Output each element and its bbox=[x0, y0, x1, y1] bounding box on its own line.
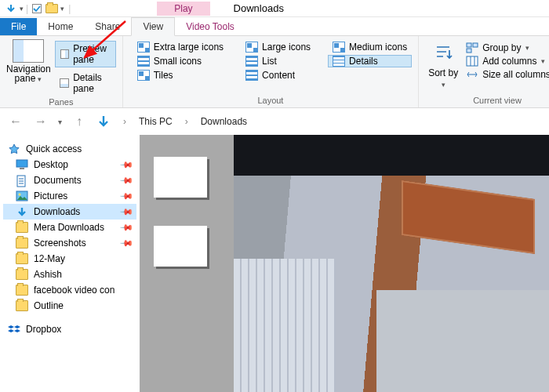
group-by-button[interactable]: Group by ▾ bbox=[466, 42, 549, 53]
folder-icon bbox=[16, 269, 28, 280]
sidebar-item-mera-downloads[interactable]: Mera Downloads📌 bbox=[3, 220, 136, 235]
dropbox-icon bbox=[8, 324, 20, 335]
tab-home[interactable]: Home bbox=[37, 18, 84, 35]
svg-point-9 bbox=[19, 194, 21, 196]
back-button[interactable]: ← bbox=[8, 114, 24, 129]
add-columns-icon bbox=[466, 56, 478, 67]
sidebar-item-label: Pictures bbox=[34, 191, 67, 201]
qat-separator: | bbox=[68, 3, 71, 14]
sort-by-button[interactable]: Sort by ▾ bbox=[428, 42, 458, 89]
ribbon: Navigation pane ▾ Preview pane Details p… bbox=[0, 36, 549, 108]
details-icon bbox=[333, 56, 345, 67]
address-bar: ← → ▾ ↑ › This PC › Downloads bbox=[0, 108, 549, 135]
add-columns-button[interactable]: Add columns ▾ bbox=[466, 56, 549, 67]
group-panes-label: Panes bbox=[6, 96, 116, 109]
history-dropdown[interactable]: ▾ bbox=[58, 118, 62, 126]
sidebar-item-label: Ashish bbox=[34, 269, 62, 280]
navigation-pane-button[interactable]: Navigation pane ▾ bbox=[6, 39, 50, 96]
pin-icon: 📌 bbox=[118, 188, 133, 203]
forward-button[interactable]: → bbox=[33, 114, 49, 129]
list-icon bbox=[245, 56, 258, 67]
size-columns-icon bbox=[466, 69, 478, 80]
svg-rect-4 bbox=[467, 56, 478, 66]
down-arrow-icon[interactable] bbox=[5, 2, 17, 15]
view-medium-icons[interactable]: Medium icons bbox=[328, 41, 412, 53]
qat-menu-icon[interactable]: ▾ bbox=[20, 5, 24, 13]
downloads-icon bbox=[16, 206, 28, 217]
contextual-tab-header: Play bbox=[157, 2, 209, 16]
crumb-downloads[interactable]: Downloads bbox=[201, 116, 247, 127]
pin-icon: 📌 bbox=[118, 235, 133, 250]
thumbnail-2[interactable] bbox=[154, 226, 207, 267]
navigation-pane-label: Navigation pane bbox=[6, 64, 51, 84]
view-list[interactable]: List bbox=[241, 55, 315, 67]
view-large-icons[interactable]: Large icons bbox=[241, 41, 315, 53]
tab-file[interactable]: File bbox=[0, 18, 37, 35]
sidebar-item-downloads[interactable]: Downloads📌 bbox=[3, 204, 136, 220]
sidebar-item-label: Mera Downloads bbox=[34, 222, 104, 233]
quick-access-root[interactable]: Quick access bbox=[3, 141, 136, 157]
svg-rect-2 bbox=[473, 43, 478, 47]
folder-icon[interactable] bbox=[45, 4, 58, 13]
group-by-icon bbox=[466, 42, 478, 53]
preview-pane-label: Preview pane bbox=[73, 43, 111, 65]
view-tiles[interactable]: Tiles bbox=[133, 69, 228, 82]
pin-icon: 📌 bbox=[118, 157, 133, 172]
sidebar-item-ashish[interactable]: Ashish bbox=[3, 267, 136, 282]
sidebar-item-facebook-video-con[interactable]: facebook video con bbox=[3, 282, 136, 298]
location-icon[interactable] bbox=[96, 114, 111, 129]
details-pane-icon bbox=[60, 78, 69, 88]
crumb-sep-0[interactable]: › bbox=[123, 116, 126, 127]
folder-icon bbox=[16, 300, 28, 311]
qat-overflow-icon[interactable]: ▾ bbox=[60, 5, 64, 13]
main-area: Quick access Desktop📌Documents📌Pictures📌… bbox=[0, 135, 549, 392]
pin-icon: 📌 bbox=[118, 204, 133, 219]
thumbnail-strip bbox=[140, 135, 234, 392]
folder-icon bbox=[16, 253, 28, 264]
preview-viewport[interactable] bbox=[234, 135, 549, 392]
view-content[interactable]: Content bbox=[241, 69, 315, 82]
desktop-icon bbox=[16, 159, 28, 170]
tab-share[interactable]: Share bbox=[84, 18, 131, 35]
sidebar-item-label: Screenshots bbox=[34, 238, 86, 249]
sidebar-item-screenshots[interactable]: Screenshots📌 bbox=[3, 235, 136, 251]
folder-icon bbox=[16, 222, 28, 233]
pics-icon bbox=[16, 191, 28, 201]
svg-rect-3 bbox=[467, 49, 471, 53]
sidebar-item-pictures[interactable]: Pictures📌 bbox=[3, 188, 136, 204]
view-details[interactable]: Details bbox=[328, 55, 412, 67]
window-title: Downloads bbox=[234, 2, 284, 14]
docs-icon bbox=[16, 175, 28, 186]
tab-video-tools[interactable]: Video Tools bbox=[175, 18, 245, 35]
tab-view[interactable]: View bbox=[131, 17, 175, 36]
group-panes: Navigation pane ▾ Preview pane Details p… bbox=[0, 36, 123, 107]
folder-icon bbox=[16, 238, 28, 249]
sidebar-item-desktop[interactable]: Desktop📌 bbox=[3, 157, 136, 172]
up-button[interactable]: ↑ bbox=[71, 114, 87, 129]
sm-icon bbox=[137, 56, 150, 67]
svg-rect-5 bbox=[16, 160, 27, 167]
sidebar-item-label: 12-May bbox=[34, 253, 65, 264]
thumbnail-1[interactable] bbox=[154, 157, 207, 198]
quick-access-toolbar: ▾ | ▾ | bbox=[0, 2, 75, 15]
group-layout: Extra large icons Large icons Medium ico… bbox=[123, 36, 419, 107]
details-pane-button[interactable]: Details pane bbox=[55, 71, 116, 96]
sidebar-item-documents[interactable]: Documents📌 bbox=[3, 172, 136, 188]
size-columns-button[interactable]: Size all columns to f bbox=[466, 69, 549, 80]
preview-pane-button[interactable]: Preview pane bbox=[55, 41, 116, 67]
sidebar-item-outline[interactable]: Outline bbox=[3, 298, 136, 314]
view-small-icons[interactable]: Small icons bbox=[133, 55, 228, 67]
sidebar-item-label: Documents bbox=[34, 175, 82, 186]
svg-rect-1 bbox=[467, 43, 471, 47]
pin-icon: 📌 bbox=[118, 220, 133, 234]
crumb-sep-1[interactable]: › bbox=[185, 116, 188, 127]
sidebar-item-label: facebook video con bbox=[34, 285, 115, 296]
view-extra-large-icons[interactable]: Extra large icons bbox=[133, 41, 228, 53]
sidebar-item-12-may[interactable]: 12-May bbox=[3, 251, 136, 267]
sidebar-item-label: Desktop bbox=[34, 159, 68, 170]
dropbox-root[interactable]: Dropbox bbox=[3, 321, 136, 337]
crumb-this-pc[interactable]: This PC bbox=[139, 116, 173, 127]
checkbox-icon[interactable] bbox=[31, 2, 43, 15]
sort-by-icon bbox=[432, 42, 454, 66]
content-pane bbox=[140, 135, 549, 392]
